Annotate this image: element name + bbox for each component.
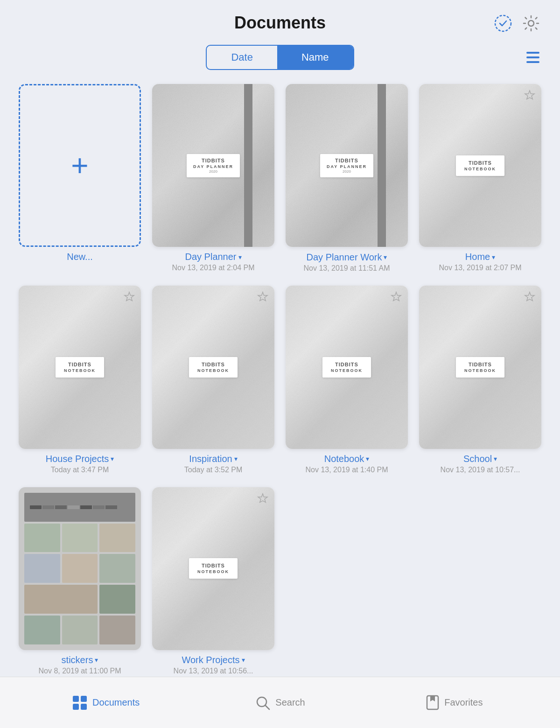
notebook-item[interactable]: TIDBITS NOTEBOOK Notebook ▾ Nov 13, 2019… — [286, 286, 408, 474]
home-date: Nov 13, 2019 at 2:07 PM — [439, 264, 522, 272]
work-projects-cover: TIDBITS NOTEBOOK — [152, 487, 274, 650]
documents-grid: + New... TIDBITS DAY PLANNER 2020 Day P — [19, 84, 541, 675]
inspiration-cover: TIDBITS NOTEBOOK — [152, 286, 274, 448]
star-icon — [524, 291, 536, 305]
home-name: Home ▾ — [465, 252, 495, 262]
svg-rect-7 — [73, 704, 79, 710]
star-icon — [390, 291, 402, 305]
plus-icon: + — [71, 151, 88, 181]
star-icon — [524, 90, 536, 104]
tab-favorites[interactable]: Favorites — [407, 695, 501, 711]
page-title: Documents — [234, 13, 326, 33]
checklist-icon-button[interactable] — [493, 13, 513, 34]
stickers-thumb[interactable] — [19, 487, 141, 650]
chevron-down-icon: ▾ — [234, 455, 238, 462]
day-planner-work-date: Nov 13, 2019 at 11:51 AM — [303, 264, 390, 273]
svg-rect-8 — [81, 704, 87, 710]
day-planner-work-thumb[interactable]: TIDBITS DAY PLANNER 2020 — [286, 84, 408, 247]
day-planner-item[interactable]: TIDBITS DAY PLANNER 2020 Day Planner ▾ N… — [152, 84, 274, 273]
planner-spine — [244, 84, 252, 247]
day-planner-work-cover: TIDBITS DAY PLANNER 2020 — [286, 84, 408, 247]
new-document-label: New... — [67, 252, 93, 262]
house-projects-thumb[interactable]: TIDBITS NOTEBOOK — [19, 286, 141, 448]
day-planner-date: Nov 13, 2019 at 2:04 PM — [172, 264, 255, 272]
svg-line-10 — [266, 705, 270, 709]
svg-rect-3 — [526, 56, 539, 58]
chevron-down-icon: ▾ — [494, 455, 497, 462]
work-projects-thumb[interactable]: TIDBITS NOTEBOOK — [152, 487, 274, 650]
school-label: TIDBITS NOTEBOOK — [456, 357, 504, 378]
inspiration-thumb[interactable]: TIDBITS NOTEBOOK — [152, 286, 274, 448]
svg-rect-5 — [73, 696, 79, 702]
notebook-date: Nov 13, 2019 at 1:40 PM — [306, 466, 388, 474]
inspiration-item[interactable]: TIDBITS NOTEBOOK Inspiration ▾ Today at … — [152, 286, 274, 474]
inspiration-date: Today at 3:52 PM — [184, 466, 243, 474]
school-date: Nov 13, 2019 at 10:57... — [441, 466, 520, 474]
school-name: School ▾ — [463, 454, 497, 464]
home-thumb[interactable]: TIDBITS NOTEBOOK — [419, 84, 541, 247]
chevron-down-icon: ▾ — [238, 253, 242, 261]
home-label: TIDBITS NOTEBOOK — [456, 155, 504, 176]
tab-documents-label: Documents — [92, 697, 140, 708]
stickers-cover — [19, 487, 141, 650]
new-document-thumb[interactable]: + — [19, 84, 141, 247]
sort-toggle: Date Name — [206, 45, 354, 70]
notebook-cover: TIDBITS NOTEBOOK — [286, 286, 408, 448]
chevron-down-icon: ▾ — [242, 656, 245, 664]
sort-bar: Date Name — [0, 40, 560, 79]
house-projects-cover: TIDBITS NOTEBOOK — [19, 286, 141, 448]
day-planner-thumb[interactable]: TIDBITS DAY PLANNER 2020 — [152, 84, 274, 247]
planner-label: TIDBITS DAY PLANNER 2020 — [187, 154, 240, 177]
chevron-down-icon: ▾ — [111, 455, 114, 462]
chevron-down-icon: ▾ — [366, 455, 369, 462]
header-actions — [493, 13, 541, 34]
day-planner-work-name: Day Planner Work ▾ — [307, 252, 387, 263]
tab-search-label: Search — [275, 697, 305, 708]
chevron-down-icon: ▾ — [95, 656, 98, 664]
sort-date-button[interactable]: Date — [207, 46, 277, 69]
svg-point-1 — [528, 21, 534, 26]
settings-icon-button[interactable] — [521, 13, 541, 34]
star-icon — [257, 493, 269, 507]
school-thumb[interactable]: TIDBITS NOTEBOOK — [419, 286, 541, 448]
stickers-item[interactable]: stickers ▾ Nov 8, 2019 at 11:00 PM — [19, 487, 141, 675]
tab-bar: Documents Search Favorites — [0, 677, 560, 728]
new-document-item[interactable]: + New... — [19, 84, 141, 273]
school-item[interactable]: TIDBITS NOTEBOOK School ▾ Nov 13, 2019 a… — [419, 286, 541, 474]
home-item[interactable]: TIDBITS NOTEBOOK Home ▾ Nov 13, 2019 at … — [419, 84, 541, 273]
house-projects-item[interactable]: TIDBITS NOTEBOOK House Projects ▾ Today … — [19, 286, 141, 474]
school-cover: TIDBITS NOTEBOOK — [419, 286, 541, 448]
chevron-down-icon: ▾ — [384, 253, 387, 261]
inspiration-name: Inspiration ▾ — [189, 454, 237, 464]
planner-work-spine — [378, 84, 386, 247]
header: Documents — [0, 0, 560, 40]
house-projects-label: TIDBITS NOTEBOOK — [56, 357, 104, 378]
day-planner-name: Day Planner ▾ — [185, 252, 241, 262]
inspiration-label: TIDBITS NOTEBOOK — [189, 357, 238, 378]
star-icon — [123, 291, 135, 305]
stickers-name: stickers ▾ — [62, 655, 98, 665]
svg-point-0 — [495, 15, 511, 31]
star-icon — [257, 291, 269, 305]
planner-work-label: TIDBITS DAY PLANNER 2020 — [320, 154, 373, 177]
sort-name-button[interactable]: Name — [277, 46, 353, 69]
work-projects-name: Work Projects ▾ — [182, 655, 245, 665]
house-projects-name: House Projects ▾ — [46, 454, 114, 464]
day-planner-cover: TIDBITS DAY PLANNER 2020 — [152, 84, 274, 247]
tab-search[interactable]: Search — [233, 695, 327, 711]
house-projects-date: Today at 3:47 PM — [51, 466, 109, 474]
work-projects-date: Nov 13, 2019 at 10:56... — [174, 667, 253, 675]
home-cover: TIDBITS NOTEBOOK — [419, 84, 541, 247]
tab-documents[interactable]: Documents — [59, 695, 153, 711]
chevron-down-icon: ▾ — [492, 253, 495, 261]
work-projects-label: TIDBITS NOTEBOOK — [189, 558, 238, 579]
tab-favorites-label: Favorites — [444, 697, 483, 708]
stickers-date: Nov 8, 2019 at 11:00 PM — [39, 667, 121, 675]
notebook-thumb[interactable]: TIDBITS NOTEBOOK — [286, 286, 408, 448]
svg-rect-4 — [526, 61, 539, 63]
list-view-button[interactable] — [525, 50, 541, 64]
work-projects-item[interactable]: TIDBITS NOTEBOOK Work Projects ▾ Nov 13,… — [152, 487, 274, 675]
notebook-name: Notebook ▾ — [324, 454, 370, 464]
notebook-label: TIDBITS NOTEBOOK — [322, 357, 371, 378]
day-planner-work-item[interactable]: TIDBITS DAY PLANNER 2020 Day Planner Wor… — [286, 84, 408, 273]
